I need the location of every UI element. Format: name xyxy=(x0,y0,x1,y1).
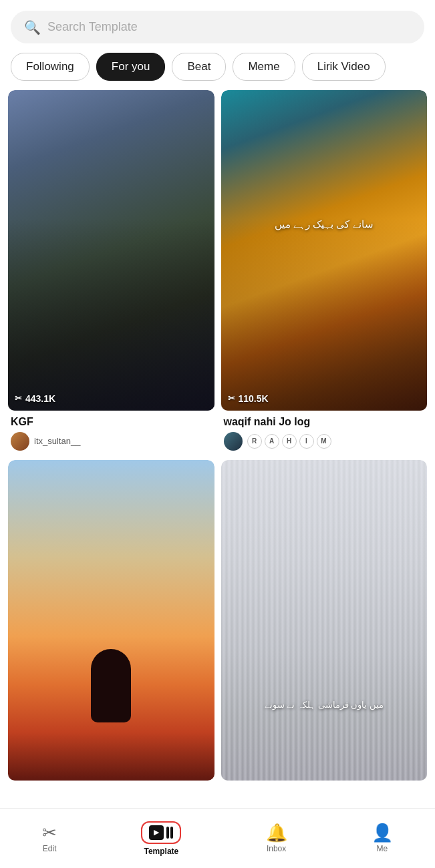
search-icon: 🔍 xyxy=(24,21,41,34)
pause-bar-2 xyxy=(170,827,173,839)
video-info-kgf: KGF itx_sultan__ xyxy=(8,411,214,453)
video-author-kgf: itx_sultan__ xyxy=(11,432,212,451)
nav-template[interactable]: ▶ Template xyxy=(130,816,192,861)
video-card-silhouette[interactable] xyxy=(8,460,214,789)
arabic-text-waqif: سانے کی بہیک رہے میں xyxy=(228,218,421,230)
nav-me[interactable]: 👤 Me xyxy=(361,819,404,859)
tag-h: H xyxy=(282,434,297,449)
template-active-border: ▶ xyxy=(141,821,181,844)
video-card-waqif[interactable]: سانے کی بہیک رہے میں ✂ 110.5K waqif nahi… xyxy=(221,90,428,453)
stats-count-kgf: 443.1K xyxy=(25,393,55,404)
tab-meme[interactable]: Meme xyxy=(233,53,295,81)
video-title-kgf: KGF xyxy=(11,416,212,428)
pause-bar-1 xyxy=(166,827,169,839)
search-input[interactable]: Search Template xyxy=(47,20,138,34)
author-tags-waqif: R A H I M xyxy=(247,434,331,449)
video-card-kgf[interactable]: ✂ 443.1K KGF itx_sultan__ xyxy=(8,90,214,453)
video-thumb-girl: میں یاوں فرماشی ہلکہ نے سونے xyxy=(221,460,428,781)
arabic-text-girl: میں یاوں فرماشی ہلکہ نے سونے xyxy=(228,700,421,710)
search-bar[interactable]: 🔍 Search Template xyxy=(11,11,424,43)
video-stats-kgf: ✂ 443.1K xyxy=(15,393,55,404)
avatar-kgf xyxy=(11,432,29,451)
template-icon: ▶ xyxy=(149,825,173,840)
scissors-icon-2: ✂ xyxy=(228,393,235,403)
video-thumb-silhouette xyxy=(8,460,214,781)
nav-template-label: Template xyxy=(144,847,178,856)
pause-bars-icon xyxy=(166,827,173,839)
video-thumb-waqif: سانے کی بہیک رہے میں ✂ 110.5K xyxy=(221,90,428,411)
nav-edit[interactable]: ✂ Edit xyxy=(31,819,67,859)
video-card-girl[interactable]: میں یاوں فرماشی ہلکہ نے سونے xyxy=(221,460,428,789)
video-info-silhouette xyxy=(8,781,214,789)
stats-count-waqif: 110.5K xyxy=(239,393,269,404)
tag-r: R xyxy=(247,434,262,449)
video-grid: ✂ 443.1K KGF itx_sultan__ سانے کی بہیک ر… xyxy=(0,90,435,789)
play-box-icon: ▶ xyxy=(149,825,164,840)
bottom-nav: ✂ Edit ▶ Template 🔔 Inbox 👤 Me xyxy=(0,808,435,868)
person-icon: 👤 xyxy=(372,824,393,841)
scissors-nav-icon: ✂ xyxy=(42,824,57,841)
video-info-waqif: waqif nahi Jo log R A H I M xyxy=(221,411,428,453)
nav-inbox[interactable]: 🔔 Inbox xyxy=(255,819,298,859)
video-thumb-kgf: ✂ 443.1K xyxy=(8,90,214,411)
tag-i: I xyxy=(299,434,314,449)
video-title-waqif: waqif nahi Jo log xyxy=(224,416,425,428)
author-name-kgf: itx_sultan__ xyxy=(34,436,80,446)
video-author-waqif: R A H I M xyxy=(224,432,425,451)
video-info-girl xyxy=(221,781,428,789)
bell-icon: 🔔 xyxy=(266,824,287,841)
tag-m: M xyxy=(317,434,331,449)
tab-for-you[interactable]: For you xyxy=(96,53,166,81)
tab-lirik-video[interactable]: Lirik Video xyxy=(302,53,386,81)
filter-tabs: Following For you Beat Meme Lirik Video xyxy=(0,53,435,90)
scissors-icon: ✂ xyxy=(15,393,22,403)
nav-edit-label: Edit xyxy=(43,844,57,853)
nav-inbox-label: Inbox xyxy=(267,844,286,853)
nav-me-label: Me xyxy=(377,844,388,853)
tab-following[interactable]: Following xyxy=(11,53,90,81)
avatar-waqif xyxy=(224,432,243,451)
tag-a: A xyxy=(265,434,279,449)
video-stats-waqif: ✂ 110.5K xyxy=(228,393,269,404)
tab-beat[interactable]: Beat xyxy=(172,53,226,81)
